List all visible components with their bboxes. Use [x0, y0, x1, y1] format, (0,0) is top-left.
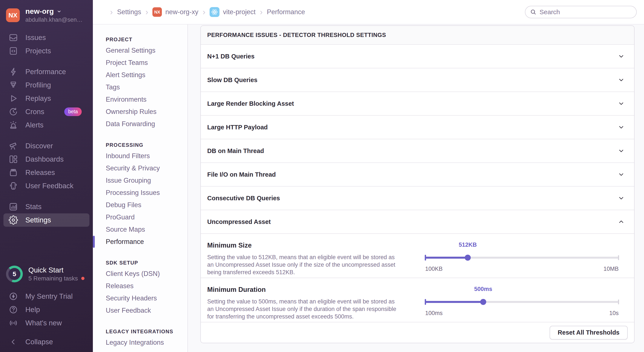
- detector-accordion-row[interactable]: File I/O on Main Thread: [201, 163, 634, 186]
- detector-accordion-row[interactable]: Consecutive DB Queries: [201, 186, 634, 210]
- slider-thumb[interactable]: [480, 299, 486, 305]
- breadcrumb-label: vite-project: [223, 8, 256, 16]
- sidebar-item-label: User Feedback: [25, 182, 74, 190]
- chevron-down-icon: [618, 148, 625, 154]
- settings-nav-entry[interactable]: ProGuard: [93, 211, 188, 223]
- settings-nav-entry[interactable]: User Feedback: [93, 304, 188, 316]
- sidebar-item-label: What's new: [25, 319, 62, 327]
- search-box[interactable]: [525, 6, 637, 18]
- sidebar-item[interactable]: User Feedback: [0, 179, 93, 192]
- sidebar-item[interactable]: Releases: [0, 166, 93, 179]
- sidebar-item-label: Dashboards: [25, 155, 64, 163]
- settings-nav-entry[interactable]: Ownership Rules: [93, 106, 188, 118]
- settings-nav-entry[interactable]: Project Teams: [93, 56, 188, 69]
- settings-nav-entry[interactable]: Client Keys (DSN): [93, 268, 188, 280]
- settings-nav-entry[interactable]: Issue Grouping: [93, 174, 188, 186]
- threshold-slider[interactable]: 500ms 100ms 10s: [425, 284, 619, 322]
- settings-nav-entry[interactable]: General Settings: [93, 44, 188, 56]
- chevron-down-icon: [618, 171, 625, 178]
- settings-nav-entry[interactable]: Security & Privacy: [93, 162, 188, 174]
- quick-start-progress-ring: 5: [6, 266, 23, 282]
- sidebar-item[interactable]: Replays: [0, 92, 93, 105]
- issues-icon: [8, 33, 18, 42]
- settings-nav-entry[interactable]: Releases: [93, 280, 188, 292]
- detector-accordion-row[interactable]: Large Render Blocking Asset: [201, 92, 634, 116]
- collapse-sidebar-button[interactable]: Collapse: [0, 335, 93, 348]
- stats-icon: [8, 202, 18, 212]
- detector-label: N+1 DB Queries: [207, 53, 254, 60]
- detector-accordion-row[interactable]: N+1 DB Queries: [201, 45, 634, 68]
- sidebar-item[interactable]: Projects: [0, 44, 93, 58]
- breadcrumb: › Settings › NX new-org-xy › vite-projec…: [106, 7, 305, 17]
- sidebar-footer-item[interactable]: Help: [0, 303, 93, 316]
- settings-nav-entry[interactable]: Source Maps: [93, 223, 188, 236]
- settings-nav-entry[interactable]: Inbound Filters: [93, 150, 188, 162]
- sidebar-item-label: Issues: [25, 34, 46, 42]
- sidebar-item[interactable]: Profiling: [0, 78, 93, 92]
- org-avatar: NX: [6, 8, 20, 22]
- detector-accordion-row[interactable]: Uncompressed Asset: [201, 210, 634, 234]
- setting-description: Setting the value to 512KB, means that a…: [207, 254, 401, 276]
- detector-label: Large HTTP Payload: [207, 124, 268, 131]
- sidebar-item-label: Crons: [25, 108, 44, 116]
- detector-accordion-row[interactable]: Large HTTP Payload: [201, 116, 634, 139]
- top-bar: › Settings › NX new-org-xy › vite-projec…: [93, 0, 644, 24]
- slider-track[interactable]: [425, 298, 619, 306]
- breadcrumb-item[interactable]: › vite-project: [198, 7, 256, 17]
- sidebar-item[interactable]: Stats: [0, 200, 93, 214]
- reset-all-thresholds-button[interactable]: Reset All Thresholds: [550, 326, 628, 340]
- sidebar-item[interactable]: Settings: [4, 214, 90, 227]
- sidebar-item[interactable]: Performance: [0, 65, 93, 78]
- search-icon: [530, 9, 536, 15]
- breadcrumb-separator: ›: [146, 8, 148, 17]
- panel-title: PERFORMANCE ISSUES - DETECTOR THRESHOLD …: [207, 32, 386, 38]
- performance-icon: [8, 67, 18, 76]
- breadcrumb-item[interactable]: › Settings: [106, 8, 141, 17]
- sidebar-item[interactable]: Alerts: [0, 118, 93, 132]
- breadcrumb-label: new-org-xy: [165, 8, 198, 16]
- sidebar-item-label: Settings: [25, 216, 51, 224]
- sidebar-footer-item[interactable]: What's new: [0, 316, 93, 330]
- panel-footer: Reset All Thresholds: [201, 322, 634, 343]
- settings-nav-entry[interactable]: Tags: [93, 81, 188, 93]
- settings-nav-entry: PROCESSING: [93, 140, 188, 150]
- quick-start-panel[interactable]: 5 Quick Start 5 Remaining tasks: [0, 266, 93, 282]
- sidebar-item-label: Help: [25, 306, 40, 314]
- collapse-icon: [10, 338, 17, 346]
- notification-dot: [81, 277, 84, 280]
- chevron-down-icon: [618, 195, 625, 202]
- slider-track[interactable]: [425, 253, 619, 262]
- settings-nav-entry[interactable]: Alert Settings: [93, 69, 188, 81]
- settings-nav-entry[interactable]: Processing Issues: [93, 186, 188, 199]
- breadcrumb-item[interactable]: › NX new-org-xy: [141, 7, 198, 17]
- setting-title: Minimum Duration: [207, 286, 409, 294]
- settings-nav: PROJECT General Settings Project Teams A…: [93, 24, 188, 352]
- detector-accordion-row[interactable]: DB on Main Thread: [201, 139, 634, 163]
- chevron-down-icon: [618, 53, 625, 60]
- search-input[interactable]: [540, 8, 632, 16]
- sidebar-item[interactable]: Crons beta: [0, 105, 93, 118]
- detector-accordion-row[interactable]: Slow DB Queries: [201, 68, 634, 92]
- settings-nav-entry: LEGACY INTEGRATIONS: [93, 327, 188, 336]
- settings-nav-entry[interactable]: Environments: [93, 93, 188, 106]
- settings-nav-entry[interactable]: Security Headers: [93, 292, 188, 304]
- sidebar-item[interactable]: Dashboards: [0, 152, 93, 166]
- sidebar-item[interactable]: Issues: [0, 31, 93, 44]
- whats-new-icon: [8, 318, 18, 328]
- settings-nav-entry[interactable]: Legacy Integrations: [93, 336, 188, 348]
- org-switcher[interactable]: NX new-org abdullah.khan@sen…: [0, 0, 93, 29]
- threshold-slider[interactable]: 512KB 100KB 10MB: [425, 240, 619, 278]
- projects-icon: [8, 46, 18, 56]
- help-icon: [8, 305, 18, 314]
- breadcrumb-item[interactable]: › Performance: [256, 8, 305, 17]
- detector-label: File I/O on Main Thread: [207, 171, 276, 178]
- profiling-icon: [8, 80, 18, 90]
- sidebar-item-label: Discover: [25, 142, 53, 150]
- slider-thumb[interactable]: [465, 255, 471, 261]
- sidebar-footer-item[interactable]: My Sentry Trial: [0, 290, 93, 303]
- sidebar-item[interactable]: Discover: [0, 139, 93, 152]
- settings-nav-entry[interactable]: Data Forwarding: [93, 118, 188, 130]
- settings-nav-entry[interactable]: Debug Files: [93, 199, 188, 211]
- slider-value-label: 500ms: [474, 286, 492, 292]
- settings-nav-entry[interactable]: Performance: [93, 236, 188, 248]
